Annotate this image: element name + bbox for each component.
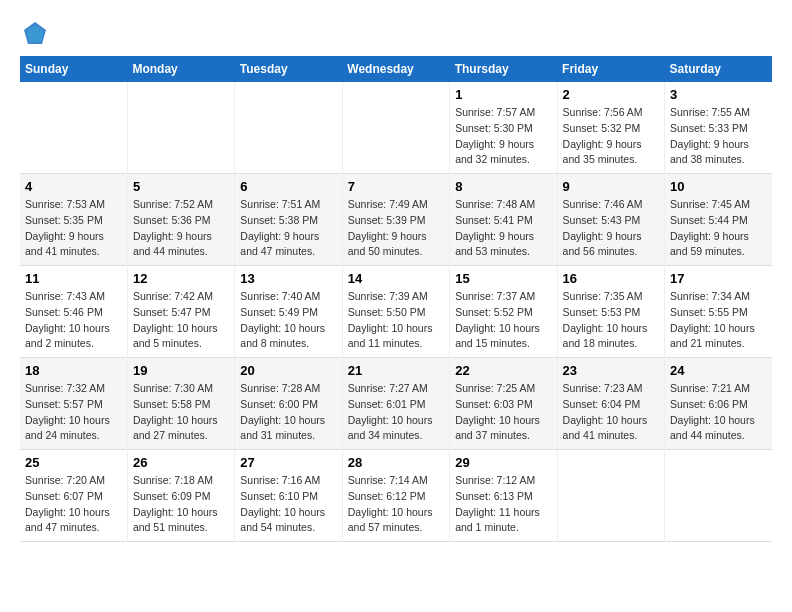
calendar-cell: 28Sunrise: 7:14 AM Sunset: 6:12 PM Dayli… (342, 450, 449, 542)
day-number: 28 (348, 455, 444, 470)
calendar-cell: 29Sunrise: 7:12 AM Sunset: 6:13 PM Dayli… (450, 450, 557, 542)
day-info: Sunrise: 7:12 AM Sunset: 6:13 PM Dayligh… (455, 473, 551, 536)
day-number: 18 (25, 363, 122, 378)
day-info: Sunrise: 7:21 AM Sunset: 6:06 PM Dayligh… (670, 381, 767, 444)
calendar-cell: 18Sunrise: 7:32 AM Sunset: 5:57 PM Dayli… (20, 358, 127, 450)
day-number: 24 (670, 363, 767, 378)
calendar-cell: 26Sunrise: 7:18 AM Sunset: 6:09 PM Dayli… (127, 450, 234, 542)
calendar-cell: 4Sunrise: 7:53 AM Sunset: 5:35 PM Daylig… (20, 174, 127, 266)
day-info: Sunrise: 7:48 AM Sunset: 5:41 PM Dayligh… (455, 197, 551, 260)
day-info: Sunrise: 7:34 AM Sunset: 5:55 PM Dayligh… (670, 289, 767, 352)
day-info: Sunrise: 7:37 AM Sunset: 5:52 PM Dayligh… (455, 289, 551, 352)
col-header-wednesday: Wednesday (342, 56, 449, 82)
calendar-cell: 1Sunrise: 7:57 AM Sunset: 5:30 PM Daylig… (450, 82, 557, 174)
day-info: Sunrise: 7:45 AM Sunset: 5:44 PM Dayligh… (670, 197, 767, 260)
calendar-cell: 11Sunrise: 7:43 AM Sunset: 5:46 PM Dayli… (20, 266, 127, 358)
day-number: 2 (563, 87, 659, 102)
calendar-cell: 14Sunrise: 7:39 AM Sunset: 5:50 PM Dayli… (342, 266, 449, 358)
day-number: 9 (563, 179, 659, 194)
col-header-thursday: Thursday (450, 56, 557, 82)
logo-icon (22, 20, 48, 46)
calendar-cell: 19Sunrise: 7:30 AM Sunset: 5:58 PM Dayli… (127, 358, 234, 450)
day-info: Sunrise: 7:52 AM Sunset: 5:36 PM Dayligh… (133, 197, 229, 260)
day-info: Sunrise: 7:35 AM Sunset: 5:53 PM Dayligh… (563, 289, 659, 352)
calendar-cell: 27Sunrise: 7:16 AM Sunset: 6:10 PM Dayli… (235, 450, 342, 542)
calendar-cell: 7Sunrise: 7:49 AM Sunset: 5:39 PM Daylig… (342, 174, 449, 266)
day-number: 5 (133, 179, 229, 194)
day-number: 16 (563, 271, 659, 286)
calendar-cell: 23Sunrise: 7:23 AM Sunset: 6:04 PM Dayli… (557, 358, 664, 450)
day-info: Sunrise: 7:43 AM Sunset: 5:46 PM Dayligh… (25, 289, 122, 352)
calendar-cell: 5Sunrise: 7:52 AM Sunset: 5:36 PM Daylig… (127, 174, 234, 266)
page-header (20, 20, 772, 46)
day-number: 26 (133, 455, 229, 470)
day-number: 23 (563, 363, 659, 378)
day-number: 11 (25, 271, 122, 286)
calendar-cell (665, 450, 772, 542)
calendar-table: SundayMondayTuesdayWednesdayThursdayFrid… (20, 56, 772, 542)
calendar-cell: 8Sunrise: 7:48 AM Sunset: 5:41 PM Daylig… (450, 174, 557, 266)
calendar-cell: 6Sunrise: 7:51 AM Sunset: 5:38 PM Daylig… (235, 174, 342, 266)
calendar-cell: 17Sunrise: 7:34 AM Sunset: 5:55 PM Dayli… (665, 266, 772, 358)
day-number: 25 (25, 455, 122, 470)
day-info: Sunrise: 7:55 AM Sunset: 5:33 PM Dayligh… (670, 105, 767, 168)
calendar-cell: 13Sunrise: 7:40 AM Sunset: 5:49 PM Dayli… (235, 266, 342, 358)
day-number: 4 (25, 179, 122, 194)
calendar-cell: 10Sunrise: 7:45 AM Sunset: 5:44 PM Dayli… (665, 174, 772, 266)
day-info: Sunrise: 7:57 AM Sunset: 5:30 PM Dayligh… (455, 105, 551, 168)
calendar-cell: 9Sunrise: 7:46 AM Sunset: 5:43 PM Daylig… (557, 174, 664, 266)
col-header-tuesday: Tuesday (235, 56, 342, 82)
calendar-cell: 20Sunrise: 7:28 AM Sunset: 6:00 PM Dayli… (235, 358, 342, 450)
logo (20, 20, 50, 46)
col-header-saturday: Saturday (665, 56, 772, 82)
calendar-cell (127, 82, 234, 174)
calendar-cell (20, 82, 127, 174)
day-info: Sunrise: 7:18 AM Sunset: 6:09 PM Dayligh… (133, 473, 229, 536)
day-info: Sunrise: 7:40 AM Sunset: 5:49 PM Dayligh… (240, 289, 336, 352)
calendar-cell (557, 450, 664, 542)
calendar-cell: 22Sunrise: 7:25 AM Sunset: 6:03 PM Dayli… (450, 358, 557, 450)
day-info: Sunrise: 7:51 AM Sunset: 5:38 PM Dayligh… (240, 197, 336, 260)
col-header-sunday: Sunday (20, 56, 127, 82)
day-number: 21 (348, 363, 444, 378)
col-header-monday: Monday (127, 56, 234, 82)
day-info: Sunrise: 7:27 AM Sunset: 6:01 PM Dayligh… (348, 381, 444, 444)
day-number: 15 (455, 271, 551, 286)
calendar-cell: 3Sunrise: 7:55 AM Sunset: 5:33 PM Daylig… (665, 82, 772, 174)
day-info: Sunrise: 7:14 AM Sunset: 6:12 PM Dayligh… (348, 473, 444, 536)
calendar-cell: 24Sunrise: 7:21 AM Sunset: 6:06 PM Dayli… (665, 358, 772, 450)
day-info: Sunrise: 7:30 AM Sunset: 5:58 PM Dayligh… (133, 381, 229, 444)
day-info: Sunrise: 7:49 AM Sunset: 5:39 PM Dayligh… (348, 197, 444, 260)
day-number: 12 (133, 271, 229, 286)
day-number: 14 (348, 271, 444, 286)
day-number: 10 (670, 179, 767, 194)
calendar-cell (235, 82, 342, 174)
calendar-cell (342, 82, 449, 174)
day-number: 1 (455, 87, 551, 102)
day-info: Sunrise: 7:28 AM Sunset: 6:00 PM Dayligh… (240, 381, 336, 444)
day-info: Sunrise: 7:39 AM Sunset: 5:50 PM Dayligh… (348, 289, 444, 352)
calendar-cell: 16Sunrise: 7:35 AM Sunset: 5:53 PM Dayli… (557, 266, 664, 358)
day-info: Sunrise: 7:23 AM Sunset: 6:04 PM Dayligh… (563, 381, 659, 444)
calendar-cell: 15Sunrise: 7:37 AM Sunset: 5:52 PM Dayli… (450, 266, 557, 358)
day-number: 22 (455, 363, 551, 378)
calendar-cell: 21Sunrise: 7:27 AM Sunset: 6:01 PM Dayli… (342, 358, 449, 450)
day-number: 29 (455, 455, 551, 470)
calendar-cell: 2Sunrise: 7:56 AM Sunset: 5:32 PM Daylig… (557, 82, 664, 174)
day-info: Sunrise: 7:16 AM Sunset: 6:10 PM Dayligh… (240, 473, 336, 536)
day-number: 19 (133, 363, 229, 378)
day-number: 6 (240, 179, 336, 194)
day-number: 7 (348, 179, 444, 194)
day-number: 20 (240, 363, 336, 378)
col-header-friday: Friday (557, 56, 664, 82)
day-info: Sunrise: 7:20 AM Sunset: 6:07 PM Dayligh… (25, 473, 122, 536)
day-number: 17 (670, 271, 767, 286)
day-info: Sunrise: 7:53 AM Sunset: 5:35 PM Dayligh… (25, 197, 122, 260)
day-info: Sunrise: 7:56 AM Sunset: 5:32 PM Dayligh… (563, 105, 659, 168)
day-info: Sunrise: 7:46 AM Sunset: 5:43 PM Dayligh… (563, 197, 659, 260)
day-info: Sunrise: 7:42 AM Sunset: 5:47 PM Dayligh… (133, 289, 229, 352)
day-info: Sunrise: 7:32 AM Sunset: 5:57 PM Dayligh… (25, 381, 122, 444)
day-number: 8 (455, 179, 551, 194)
day-number: 13 (240, 271, 336, 286)
calendar-cell: 12Sunrise: 7:42 AM Sunset: 5:47 PM Dayli… (127, 266, 234, 358)
